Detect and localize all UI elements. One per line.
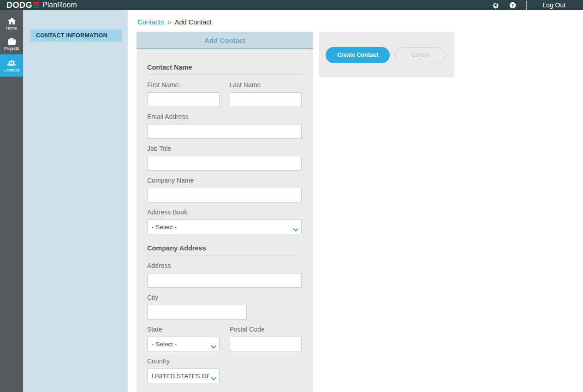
create-contact-button[interactable]: Create Contact <box>326 47 390 63</box>
postal-code-input[interactable] <box>230 337 302 351</box>
home-icon <box>7 17 16 24</box>
state-selected-value: - Select - <box>152 341 209 348</box>
postal-code-label: Postal Code <box>230 326 302 333</box>
chevron-down-icon <box>211 374 216 378</box>
city-input[interactable] <box>147 305 247 320</box>
briefcase-icon <box>7 37 16 45</box>
address-book-select[interactable]: - Select - <box>147 220 302 234</box>
state-select[interactable]: - Select - <box>147 337 220 351</box>
form-title: Add Contact <box>204 36 245 44</box>
people-icon <box>7 59 16 66</box>
cancel-button[interactable]: Cancel <box>395 47 445 63</box>
chevron-down-icon <box>211 342 216 346</box>
first-name-label: First Name <box>147 81 220 89</box>
address-input[interactable] <box>147 273 302 288</box>
svg-text:?: ? <box>512 2 514 7</box>
country-label: Country <box>147 357 302 365</box>
topbar-divider <box>526 0 527 10</box>
logout-button[interactable]: Log Out <box>537 1 578 9</box>
job-title-input[interactable] <box>147 156 302 171</box>
breadcrumb-current: Add Contact <box>175 18 212 26</box>
email-label: Email Address <box>147 113 302 120</box>
sidebar-item-label: Projects <box>4 46 19 51</box>
planroom-text: PlanRoom <box>42 1 77 9</box>
city-label: City <box>147 294 302 301</box>
sidebar-item-contacts[interactable]: Contacts <box>0 54 23 77</box>
email-input[interactable] <box>147 124 302 139</box>
breadcrumb: Contacts > Add Contact <box>137 18 583 26</box>
form-body: Contact Name First Name Last Name Email … <box>137 49 313 392</box>
last-name-input[interactable] <box>230 92 302 107</box>
address-book-label: Address Book <box>147 208 302 216</box>
top-bar: DODG PlanRoom ? Log Out <box>0 0 583 10</box>
address-label: Address <box>147 262 302 269</box>
sidebar-item-label: Contacts <box>3 68 20 72</box>
job-title-label: Job Title <box>147 145 302 152</box>
section-company-address: Company Address <box>147 244 302 255</box>
section-contact-name: Contact Name <box>147 64 302 75</box>
contact-side-panel: CONTACT INFORMATION <box>23 10 128 392</box>
country-selected-value: UNITED STATES OF AMERICA <box>152 373 209 380</box>
dodge-e-bars-icon <box>33 2 39 8</box>
last-name-label: Last Name <box>230 81 302 89</box>
help-icon[interactable]: ? <box>509 2 516 9</box>
dodge-wordmark: DODG <box>6 1 39 9</box>
sidebar-item-label: Home <box>6 26 17 30</box>
form-header: Add Contact <box>137 32 313 49</box>
form-actions-panel: Create Contact Cancel <box>319 32 454 77</box>
add-contact-form: Add Contact Contact Name First Name Last… <box>137 32 313 392</box>
tab-contact-information[interactable]: CONTACT INFORMATION <box>30 30 122 42</box>
breadcrumb-contacts-link[interactable]: Contacts <box>137 18 164 26</box>
country-select[interactable]: UNITED STATES OF AMERICA <box>147 368 220 383</box>
chevron-down-icon <box>293 225 298 229</box>
sidebar-item-projects[interactable]: Projects <box>0 34 23 53</box>
left-nav-rail: Home Projects Contacts <box>0 10 23 392</box>
company-name-label: Company Name <box>147 177 302 184</box>
dodge-text: DODG <box>6 1 32 9</box>
settings-gear-icon[interactable] <box>492 2 499 9</box>
dodge-planroom-logo: DODG PlanRoom <box>6 1 77 9</box>
state-label: State <box>147 326 220 333</box>
main-content: Contacts > Add Contact Add Contact Conta… <box>128 10 583 392</box>
first-name-input[interactable] <box>147 92 220 107</box>
address-book-selected-value: - Select - <box>152 224 291 231</box>
company-name-input[interactable] <box>147 188 302 202</box>
topbar-actions: ? Log Out <box>492 0 578 10</box>
sidebar-item-home[interactable]: Home <box>0 14 23 33</box>
breadcrumb-separator: > <box>167 19 171 26</box>
